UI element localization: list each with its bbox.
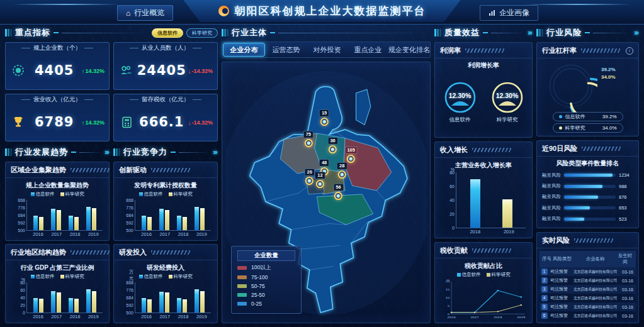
gauge-science-research[interactable]: 12.30% 科学研究 (490, 80, 524, 124)
chart-risk-ranking[interactable]: 融资风险1234融资风险988融资风险876融资风险653融资风险523 (537, 168, 638, 228)
panel-title-industry-body: 行业主体 (232, 27, 267, 38)
bar-groups (27, 200, 103, 230)
table-row[interactable]: 6司法预警北京启迪卓越科技有限公司03-16 (539, 311, 636, 320)
leverage-gauge[interactable]: 39.2% 34.0% 信息软件 39.2% 科学研究 34.0% (537, 58, 638, 136)
map-marker[interactable]: 56 (333, 184, 343, 200)
tab-outbound-investment[interactable]: 对外投资 (307, 42, 347, 57)
hbar-track (564, 196, 616, 199)
hatch-decoration (71, 168, 110, 172)
platform-title: 朝阳区科创规上企业大数据监测平台 (235, 4, 426, 18)
y-tick: 40 (20, 296, 27, 300)
line-plot[interactable]: 05101520%2016201720182019 (440, 279, 526, 319)
y-tick: 868 (18, 198, 27, 202)
y-tick: 500 (126, 228, 135, 233)
map-legend-title: 企业数量 (237, 250, 295, 261)
x-axis-labels: 20182019 (456, 228, 528, 236)
hbar-row[interactable]: 融资风险876 (542, 194, 633, 200)
table-row[interactable]: 4司法预警北京启迪卓越科技有限公司03-16 (539, 294, 636, 302)
legend-chip-icon (169, 192, 172, 196)
legend-item: 信息软件 (139, 274, 163, 280)
hatch-decoration (151, 168, 190, 172)
y-tick: 0 (452, 226, 456, 230)
bar (159, 209, 164, 230)
hbar-row[interactable]: 融资风险523 (542, 216, 633, 222)
more-button-dev-trend[interactable]: ››› (105, 148, 110, 157)
gauge-info-software[interactable]: 12.30% 信息软件 (443, 80, 477, 124)
map-marker[interactable]: 28 (337, 162, 347, 179)
marker-pin-icon (338, 170, 346, 179)
bar-plot[interactable]: 万元500592684776868 (135, 282, 211, 313)
row-index: 1 (539, 269, 549, 275)
svg-text:2016: 2016 (448, 316, 456, 319)
x-tick: 2016 (141, 231, 152, 238)
nav-industry-overview[interactable]: ⌂ 行业概览 (117, 5, 173, 21)
table-row[interactable]: 3司法预警北京启迪卓越科技有限公司03-16 (539, 285, 636, 294)
hatch-decoration (465, 48, 504, 53)
map-marker[interactable]: 12 (315, 172, 325, 188)
table-row[interactable]: 1司法预警北京启迪卓越科技有限公司03-16 (539, 267, 636, 276)
hbar-value: 523 (619, 216, 633, 222)
map-marker[interactable]: 36 (327, 137, 337, 153)
hatch-decoration (472, 148, 511, 152)
info-icon[interactable] (626, 47, 633, 55)
chart-revenue-growth[interactable]: 主营业务收入增长率 %02040608020182019 (435, 158, 532, 238)
map-legend-row: 100以上 (237, 264, 295, 272)
hbar-row[interactable]: 融资风险988 (542, 183, 633, 189)
bar-plot[interactable]: 500592684776868 (135, 200, 211, 231)
chart-cluster-trend[interactable]: 规上企业数量集聚趋势 信息软件科学研究500592684776868201620… (6, 178, 109, 240)
risk-type: 司法预警 (550, 286, 571, 292)
chart-tax-share[interactable]: 税收贡献占比 信息软件科学研究05101520%2016201720182019 (435, 258, 532, 323)
more-button-risk[interactable]: ››› (634, 28, 639, 37)
legend-chip-icon (139, 192, 143, 196)
map-marker[interactable]: 15 (319, 109, 329, 126)
map-marker[interactable]: 75 (303, 131, 314, 147)
map-legend-row: 0-25 (237, 301, 295, 307)
pill-science-research[interactable]: 科学研究 (186, 28, 218, 38)
panel-icon (536, 29, 543, 36)
stat-label: 留存税收（亿元） (114, 96, 217, 104)
hatch-decoration (581, 48, 620, 53)
tab-key-enterprises[interactable]: 重点企业 (347, 42, 388, 57)
table-row[interactable]: 5司法预警北京启迪卓越科技有限公司03-16 (539, 302, 636, 311)
more-button-competitiveness[interactable]: ››› (213, 148, 218, 157)
bar (92, 291, 96, 313)
stat-value: 666.1 (135, 114, 188, 130)
chart-patent[interactable]: 发明专利累计授权数量 信息软件科学研究500592684776868201620… (114, 178, 217, 240)
panel-title-competitiveness: 行业竞争力 (123, 147, 167, 158)
hbar-track (564, 185, 616, 188)
y-tick: 592 (126, 303, 135, 308)
bar-plot[interactable]: %020406080 (456, 172, 526, 228)
x-tick: 2018 (470, 229, 480, 236)
bar (183, 217, 187, 230)
bar-plot[interactable]: %020406080 (26, 282, 103, 313)
panel-icon (5, 29, 12, 36)
index-badge: 6 (541, 313, 548, 319)
more-button-quality[interactable]: ››› (528, 28, 533, 37)
occurrence-time: 03-16 (619, 270, 636, 274)
hbar-row[interactable]: 融资风险653 (542, 205, 633, 211)
map-legend: 企业数量 100以上75-10050-7525-500-25 (231, 246, 302, 314)
tab-operation-status[interactable]: 运营态势 (266, 42, 307, 57)
x-tick: 2018 (178, 314, 189, 321)
hbar-fill (564, 196, 598, 199)
map-marker[interactable]: 20 (305, 169, 315, 185)
table-row[interactable]: 2司法预警北京启迪卓越科技有限公司03-16 (539, 276, 636, 285)
tab-change-ranking[interactable]: 规企变化排名 (388, 42, 430, 57)
chart-rnd[interactable]: 研发经费投入 信息软件科学研究万元50059268477686820162017… (114, 260, 217, 323)
map-marker[interactable]: 105 (344, 147, 358, 163)
bar-plot[interactable]: 500592684776868 (26, 200, 103, 231)
legend-label: 50-75 (251, 283, 265, 289)
marker-value: 28 (337, 162, 347, 170)
marker-value: 12 (315, 172, 325, 179)
tab-enterprise-distribution[interactable]: 企业分布 (223, 43, 265, 57)
company-name: 北京启迪卓越科技有限公司 (572, 278, 618, 284)
bar (69, 298, 73, 313)
stat-card-tax: 留存税收（亿元） 666.1 ↓ -14.32% (113, 94, 218, 141)
card-title: 利润率 (440, 46, 461, 55)
bar (470, 179, 480, 228)
hbar-row[interactable]: 融资风险1234 (542, 172, 633, 179)
svg-text:2018: 2018 (494, 316, 502, 319)
nav-enterprise-portrait[interactable]: 企业画像 (480, 5, 538, 21)
pill-info-software[interactable]: 信息软件 (152, 28, 183, 38)
chart-gdp-share[interactable]: 行业 GDP 占第三产业比例 信息软件科学研究%0204060802016201… (6, 260, 109, 323)
